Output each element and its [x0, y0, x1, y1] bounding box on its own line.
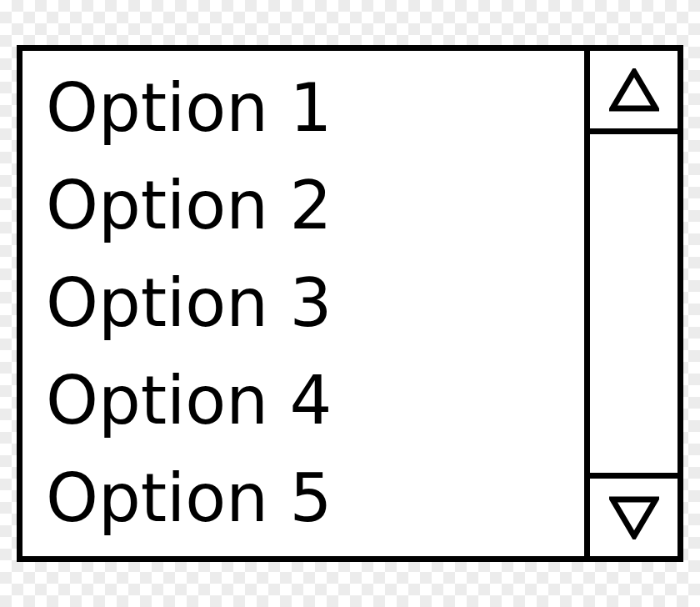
list-item[interactable]: Option 4 [46, 368, 584, 434]
listbox[interactable]: Option 1 Option 2 Option 3 Option 4 Opti… [17, 45, 683, 562]
list-item[interactable]: Option 3 [46, 270, 584, 337]
scrollbar-track[interactable] [590, 134, 678, 473]
scroll-up-button[interactable] [590, 51, 678, 134]
svg-marker-1 [612, 499, 656, 536]
option-list: Option 1 Option 2 Option 3 Option 4 Opti… [22, 51, 584, 556]
scroll-down-button[interactable] [590, 473, 678, 556]
list-item[interactable]: Option 1 [46, 75, 584, 142]
list-item[interactable]: Option 2 [46, 173, 584, 239]
svg-marker-0 [612, 72, 656, 108]
triangle-up-icon [609, 68, 659, 112]
scrollbar[interactable] [584, 51, 678, 556]
triangle-down-icon [609, 496, 659, 539]
list-item[interactable]: Option 5 [46, 465, 584, 532]
